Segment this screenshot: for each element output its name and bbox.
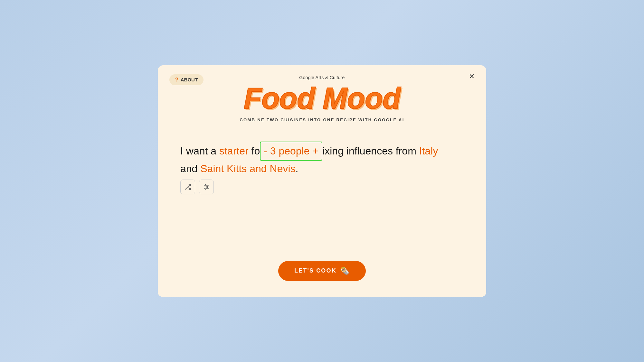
country1-selector[interactable]: Italy (419, 145, 438, 157)
sentence-part2: fo (251, 145, 260, 157)
cook-icon: 🌯 (340, 267, 350, 275)
svg-point-6 (207, 186, 208, 188)
recipe-sentence-area: I want a starter fo- 3 people +ixing inf… (177, 142, 467, 194)
sentence-part3: ixing influences from (322, 145, 419, 157)
sentence-part1: I want a (180, 145, 219, 157)
sentence-part4: and (180, 163, 200, 174)
sliders-button[interactable] (199, 180, 214, 194)
app-title: Food Mood (244, 83, 401, 113)
close-icon: ✕ (469, 72, 475, 80)
cook-button-label: LET'S COOK (294, 267, 336, 274)
recipe-sentence: I want a starter fo- 3 people +ixing inf… (180, 142, 464, 177)
svg-point-5 (205, 185, 206, 186)
people-selector[interactable]: - 3 people + (260, 142, 322, 161)
main-modal: ? ABOUT ✕ Google Arts & Culture Food Moo… (158, 65, 486, 297)
lets-cook-button[interactable]: LET'S COOK 🌯 (278, 261, 366, 281)
sentence-part5: . (296, 163, 298, 174)
about-label: ABOUT (181, 77, 198, 82)
app-subtitle: COMBINE TWO CUISINES INTO ONE RECIPE WIT… (240, 117, 404, 122)
country2-selector[interactable]: Saint Kitts and Nevis (200, 163, 295, 174)
google-arts-label: Google Arts & Culture (299, 75, 345, 80)
shuffle-button[interactable] (180, 180, 195, 194)
question-mark-icon: ? (175, 77, 178, 83)
close-button[interactable]: ✕ (469, 73, 475, 80)
about-button[interactable]: ? ABOUT (169, 74, 204, 85)
svg-point-7 (205, 188, 206, 190)
action-icons-row (180, 180, 464, 194)
course-selector[interactable]: starter (219, 145, 249, 157)
